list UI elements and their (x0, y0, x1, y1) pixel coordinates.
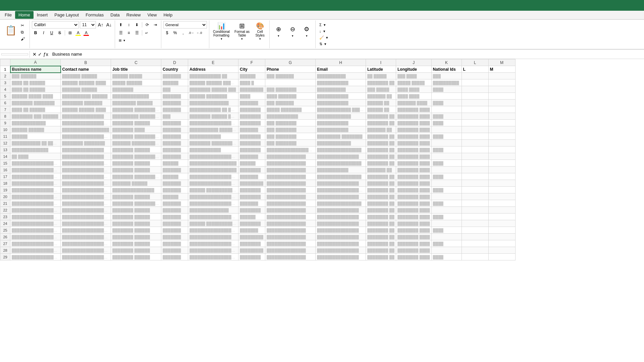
format-dropdown[interactable]: ▾ (306, 34, 308, 38)
row-header-16[interactable]: 16 (0, 167, 10, 173)
row-header-27[interactable]: 27 (0, 240, 10, 247)
data-cell[interactable]: ███████████████ (265, 173, 316, 180)
data-cell[interactable] (488, 106, 515, 113)
data-cell[interactable]: ██ ████ (10, 153, 61, 160)
data-cell[interactable]: ████████████████ (316, 193, 366, 200)
data-cell[interactable]: ███████ ██████ (111, 180, 161, 187)
data-cell[interactable]: ██████ ██ (366, 100, 396, 106)
align-bottom-btn[interactable]: ⬇ (133, 21, 141, 28)
row-header-22[interactable]: 22 (0, 207, 10, 214)
increase-decimal-btn[interactable]: .0→ (187, 29, 195, 37)
data-cell[interactable] (431, 193, 462, 200)
data-cell[interactable]: ████████████████████ (61, 180, 111, 187)
decrease-decimal-btn[interactable]: ←.0 (196, 29, 203, 37)
data-cell[interactable]: █████████████ (316, 113, 366, 120)
data-cell[interactable]: ████████████ (316, 93, 366, 100)
data-cell[interactable]: █████████ (238, 247, 265, 254)
data-cell[interactable] (488, 234, 515, 240)
data-cell[interactable] (462, 193, 488, 200)
data-cell[interactable]: ███████████████ (265, 234, 316, 240)
data-cell[interactable]: ████████████████████ (10, 187, 61, 193)
data-cell[interactable]: ████████ ██ (366, 146, 396, 153)
data-cell[interactable]: ████ ████ (396, 93, 432, 100)
data-cell[interactable]: ████████ ████ (396, 120, 432, 126)
data-cell[interactable]: ███ (161, 86, 188, 93)
font-color-btn[interactable]: A (83, 29, 90, 37)
data-cell[interactable]: ████████████████████ (61, 214, 111, 220)
bold-button[interactable]: B (32, 29, 39, 37)
data-cell[interactable]: ████████ ████ (111, 126, 161, 133)
data-cell[interactable]: ████████ ████ (396, 247, 432, 254)
data-cell[interactable]: ████ (431, 100, 462, 106)
data-cell[interactable]: ██████ (161, 160, 188, 167)
percent-btn[interactable]: % (171, 29, 179, 37)
data-cell[interactable] (488, 153, 515, 160)
data-cell[interactable]: ███████ (238, 153, 265, 160)
data-cell[interactable]: ████████ ██ (366, 254, 396, 260)
row-header-15[interactable]: 15 (0, 160, 10, 167)
row-header-8[interactable]: 8 (0, 113, 10, 120)
data-cell[interactable]: ██████████████████████ (188, 120, 238, 126)
data-cell[interactable]: ████████ (238, 187, 265, 193)
data-cell[interactable]: ████ ██ ██████ (10, 79, 61, 86)
data-cell[interactable]: ████████████ (316, 79, 366, 86)
row-header-13[interactable]: 13 (0, 146, 10, 153)
data-cell[interactable] (462, 234, 488, 240)
data-cell[interactable]: ███ (161, 113, 188, 120)
data-cell[interactable]: ████ (431, 160, 462, 167)
data-cell[interactable]: ███████████████████████ (188, 227, 238, 234)
data-cell[interactable]: ████████ ████ (396, 113, 432, 120)
data-cell[interactable]: ███████ (161, 234, 188, 240)
data-cell[interactable]: ██████ █████ (111, 73, 161, 79)
data-cell[interactable]: ████████ ██ (366, 227, 396, 234)
data-cell[interactable]: ████████ ██ (366, 220, 396, 227)
data-cell[interactable] (462, 133, 488, 140)
data-cell[interactable] (488, 120, 515, 126)
data-cell[interactable]: ████████ ████ (396, 187, 432, 193)
data-cell[interactable]: ████████████████ (316, 254, 366, 260)
data-cell[interactable]: ██████████████ (10, 146, 61, 153)
col-header-A[interactable]: A (10, 59, 61, 66)
data-cell[interactable] (488, 140, 515, 146)
data-cell[interactable]: ████████ ██████ (111, 234, 161, 240)
data-cell[interactable]: █████ ████████ (265, 106, 316, 113)
data-cell[interactable]: ████████████████████ (10, 254, 61, 260)
data-cell[interactable]: ████████████████████ (316, 187, 366, 193)
data-cell[interactable] (462, 207, 488, 214)
data-cell[interactable]: ███████ (161, 207, 188, 214)
data-cell[interactable]: ████████████████████ (61, 160, 111, 167)
data-cell[interactable]: ████ █ (238, 79, 265, 86)
data-cell[interactable]: ████████ ██████ (111, 214, 161, 220)
menu-formulas[interactable]: Formulas (82, 11, 107, 19)
data-cell[interactable]: █████████████████ ██████ (61, 133, 111, 140)
data-cell[interactable]: ███████████████ (265, 227, 316, 234)
data-cell[interactable]: ███ ███████ (265, 100, 316, 106)
data-cell[interactable]: ████ (238, 93, 265, 100)
row-header-6[interactable]: 6 (0, 100, 10, 106)
fat-dropdown[interactable]: ▾ (241, 37, 243, 41)
data-cell[interactable] (462, 187, 488, 193)
row-header-24[interactable]: 24 (0, 220, 10, 227)
data-cell[interactable]: ██████ (238, 214, 265, 220)
data-cell[interactable] (462, 220, 488, 227)
delete-dropdown[interactable]: ▾ (292, 34, 293, 38)
data-cell[interactable] (462, 146, 488, 153)
data-cell[interactable]: ████████ ████ (396, 126, 432, 133)
data-cell[interactable] (431, 140, 462, 146)
data-cell[interactable]: ███████████ ██████████ (188, 126, 238, 133)
data-cell[interactable] (488, 200, 515, 207)
row-header-29[interactable]: 29 (0, 254, 10, 260)
data-cell[interactable]: ████████ (111, 86, 161, 93)
data-cell[interactable] (488, 79, 515, 86)
data-cell[interactable]: █████████ (238, 180, 265, 187)
data-cell[interactable]: ████████ ██ (366, 200, 396, 207)
data-cell[interactable] (462, 227, 488, 234)
data-cell[interactable]: ████████ (238, 254, 265, 260)
comma-btn[interactable]: , (179, 29, 187, 37)
data-cell[interactable] (462, 214, 488, 220)
data-cell[interactable]: ████████ ██ (366, 113, 396, 120)
header-cell-3[interactable]: Job title (111, 66, 161, 73)
data-cell[interactable]: ███████████████ (265, 254, 316, 260)
data-cell[interactable]: ████████████ (316, 126, 366, 133)
data-cell[interactable] (488, 254, 515, 260)
